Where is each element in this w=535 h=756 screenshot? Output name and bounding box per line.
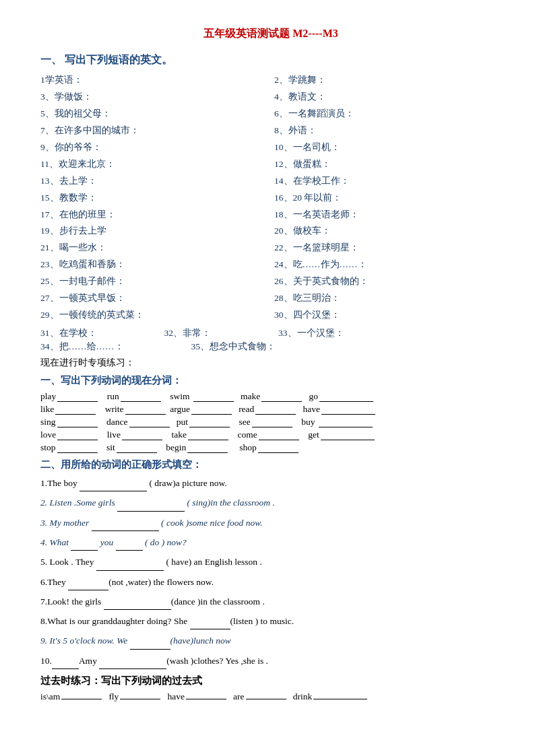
vocab-item-9: 9、你的爷爷： — [40, 140, 268, 156]
blank-are[interactable] — [246, 690, 286, 699]
word-argue: argue — [170, 404, 190, 414]
blank-begin[interactable] — [187, 444, 228, 453]
sentence-5-rest: ( have) an English lesson . — [164, 557, 262, 567]
blank-sing[interactable] — [57, 418, 98, 427]
sentence-1-rest: ( draw)a picture now. — [147, 478, 227, 488]
word-get: get — [308, 429, 319, 440]
sentence-10-rest: (wash )clothes? Yes ,she is . — [166, 656, 268, 666]
blank-live[interactable] — [122, 431, 162, 440]
verb-row-5: stop sit begin shop — [40, 442, 501, 453]
blank-have2[interactable] — [186, 690, 226, 699]
vocab-item-32: 32、非常： — [164, 327, 212, 339]
sentence-2-num: 2. Listen .Some girls — [40, 497, 117, 508]
blank-go[interactable] — [319, 392, 373, 402]
vocab-item-12: 12、做蛋糕： — [274, 157, 501, 172]
sentence-4-mid: you — [98, 537, 115, 547]
sentence-6-num: 6.They — [40, 577, 68, 587]
vocab-item-18: 18、一名英语老师： — [274, 207, 501, 223]
page-title: 五年级英语测试题 M2----M3 — [40, 27, 501, 41]
blank-swim[interactable] — [193, 392, 234, 402]
vocab-item-27: 27、一顿英式早饭： — [40, 291, 268, 306]
vocab-item-15: 15、教数学： — [40, 191, 268, 206]
blank-drink[interactable] — [313, 690, 367, 699]
blank-fly[interactable] — [120, 690, 160, 699]
sentence-4-rest: ( do ) now? — [143, 537, 187, 547]
blank-sit[interactable] — [117, 444, 157, 453]
blank-s10a[interactable] — [52, 660, 79, 669]
blank-stop[interactable] — [57, 444, 98, 453]
blank-have[interactable] — [321, 405, 375, 415]
present-sub2-header: 二、用所给的动词的正确形式填空： — [40, 458, 501, 471]
blank-read[interactable] — [255, 405, 296, 415]
word-stop: stop — [40, 442, 56, 452]
blank-s8[interactable] — [190, 620, 230, 629]
vocab-item-29: 29、一顿传统的英式菜： — [40, 308, 268, 323]
word-go: go — [309, 391, 318, 401]
blank-s3[interactable] — [92, 522, 159, 531]
present-note: 现在进行时专项练习： — [40, 357, 501, 369]
vocab-item-14: 14、在学校工作： — [274, 174, 501, 189]
word-begin: begin — [166, 442, 186, 452]
vocab-item-6: 6、一名舞蹈演员： — [274, 106, 501, 122]
sentence-10-mid: Amy — [79, 656, 99, 666]
past-section-header: 过去时练习：写出下列动词的过去式 — [40, 675, 501, 687]
blank-s10b[interactable] — [99, 660, 166, 669]
vocab-grid: 1学英语： 2、学跳舞： 3、学做饭： 4、教语文： 5、我的祖父母： 6、一名… — [40, 73, 501, 323]
blank-isam[interactable] — [61, 690, 102, 699]
blank-s7[interactable] — [104, 600, 171, 610]
sentence-8-num: 8.What is our granddaughter doing? She — [40, 616, 190, 626]
blank-write[interactable] — [125, 405, 166, 415]
vocab-item-11: 11、欢迎来北京： — [40, 157, 268, 172]
word-put: put — [177, 417, 188, 427]
word-play: play — [40, 391, 56, 401]
sentence-7-num: 7.Look! the girls — [40, 596, 104, 607]
blank-run[interactable] — [121, 392, 161, 402]
verb-row-4: love live take come get — [40, 429, 501, 440]
blank-s6[interactable] — [68, 581, 108, 590]
word-run: run — [107, 391, 119, 401]
blank-put[interactable] — [189, 418, 230, 427]
sentence-8-rest: (listen ) to music. — [230, 616, 294, 626]
vocab-item-35: 35、想念中式食物： — [191, 341, 276, 353]
sentence-9-num: 9. It's 5 o'clock now. We — [40, 635, 130, 646]
word-come: come — [238, 429, 257, 440]
blank-s4b[interactable] — [116, 541, 143, 551]
blank-argue[interactable] — [191, 405, 232, 415]
word-fly: fly — [108, 691, 119, 702]
sentence-5-num: 5. Look . They — [40, 557, 96, 567]
blank-buy[interactable] — [319, 418, 373, 427]
blank-s1[interactable] — [80, 482, 147, 491]
blank-dance[interactable] — [129, 418, 170, 427]
blank-shop[interactable] — [258, 444, 298, 453]
sentence-7-rest: (dance )in the classroom . — [171, 596, 265, 607]
sentence-10: 10.Amy (wash )clothes? Yes ,she is . — [40, 653, 501, 669]
word-write: write — [105, 404, 124, 414]
sentence-2: 2. Listen .Some girls ( sing)in the clas… — [40, 495, 501, 511]
sentence-3-num: 3. My mother — [40, 518, 92, 528]
word-shop: shop — [239, 442, 257, 452]
blank-s9[interactable] — [130, 640, 170, 650]
blank-take[interactable] — [188, 431, 228, 440]
word-are: are — [233, 691, 244, 702]
blank-like[interactable] — [55, 405, 96, 415]
sentence-3-rest: ( cook )some nice food now. — [159, 518, 263, 528]
blank-s4a[interactable] — [71, 541, 98, 551]
blank-s5[interactable] — [96, 561, 164, 571]
blank-s2[interactable] — [117, 502, 185, 512]
word-read: read — [239, 404, 254, 414]
sentence-6: 6.They (not ,water) the flowers now. — [40, 574, 501, 590]
vocab-item-31: 31、在学校： — [40, 327, 97, 339]
blank-play[interactable] — [57, 392, 98, 402]
blank-come[interactable] — [259, 431, 299, 440]
vocab-item-17: 17、在他的班里： — [40, 207, 268, 223]
blank-love[interactable] — [57, 431, 98, 440]
sentence-2-rest: ( sing)in the classroom . — [185, 497, 275, 508]
word-buy: buy — [301, 417, 317, 427]
blank-make[interactable] — [261, 392, 302, 402]
vocab-item-21: 21、喝一些水： — [40, 240, 268, 256]
past-fill-row: is\am fly have are drink — [40, 690, 501, 702]
vocab-item-33: 33、一个汉堡： — [278, 327, 344, 339]
blank-get[interactable] — [321, 431, 375, 440]
verb-row-1: play run swim make go — [40, 391, 501, 402]
blank-see[interactable] — [252, 418, 292, 427]
